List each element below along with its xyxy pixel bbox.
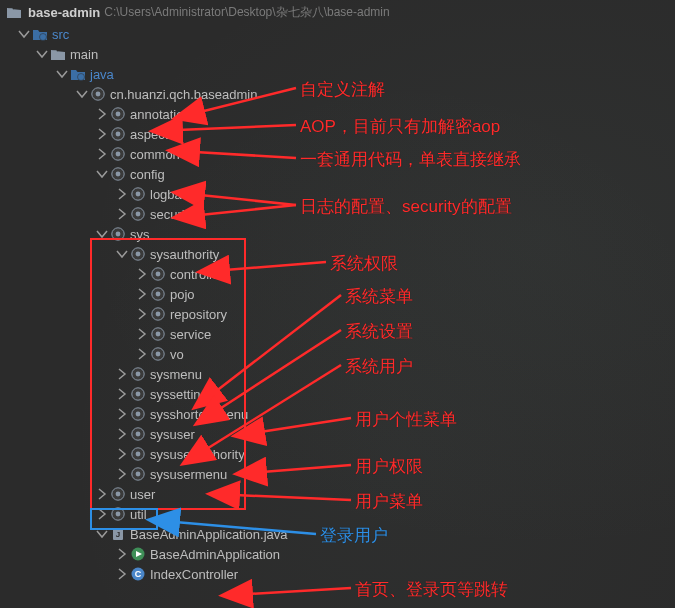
chevron-right-icon[interactable] — [136, 348, 148, 360]
tree-label: java — [90, 67, 114, 82]
package-icon — [110, 506, 126, 522]
package-icon — [110, 106, 126, 122]
chevron-right-icon[interactable] — [96, 508, 108, 520]
chevron-right-icon[interactable] — [96, 148, 108, 160]
chevron-right-icon[interactable] — [116, 428, 128, 440]
chevron-down-icon[interactable] — [96, 168, 108, 180]
tree-item-vo[interactable]: vo — [2, 344, 675, 364]
tree-item-aspect[interactable]: aspect — [2, 124, 675, 144]
package-icon — [130, 206, 146, 222]
package-icon — [130, 186, 146, 202]
chevron-right-icon[interactable] — [116, 368, 128, 380]
package-icon — [130, 246, 146, 262]
tree-item-syssetting[interactable]: syssetting — [2, 384, 675, 404]
package-icon — [150, 286, 166, 302]
chevron-right-icon[interactable] — [136, 268, 148, 280]
chevron-down-icon[interactable] — [96, 528, 108, 540]
chevron-down-icon[interactable] — [36, 48, 48, 60]
chevron-right-icon[interactable] — [96, 488, 108, 500]
breadcrumb: base-admin C:\Users\Administrator\Deskto… — [2, 2, 675, 22]
folder-icon — [32, 26, 48, 42]
tree-item-src[interactable]: src — [2, 24, 675, 44]
package-icon — [110, 146, 126, 162]
tree-item-user[interactable]: user — [2, 484, 675, 504]
tree-label: user — [130, 487, 155, 502]
tree-label: config — [130, 167, 165, 182]
tree-label: security — [150, 207, 195, 222]
tree-item-sysshortcutmenu[interactable]: sysshortcutmenu — [2, 404, 675, 424]
chevron-right-icon[interactable] — [116, 388, 128, 400]
tree-item-controller[interactable]: controller — [2, 264, 675, 284]
chevron-right-icon[interactable] — [116, 448, 128, 460]
tree-label: sys — [130, 227, 150, 242]
project-tree[interactable]: src main java cn.huanzi.qch.baseadmin an… — [2, 24, 675, 584]
class-icon — [130, 566, 146, 582]
project-path: C:\Users\Administrator\Desktop\杂七杂八\base… — [104, 4, 389, 21]
chevron-right-icon[interactable] — [116, 208, 128, 220]
chevron-right-icon[interactable] — [116, 568, 128, 580]
package-icon — [110, 486, 126, 502]
tree-label: sysmenu — [150, 367, 202, 382]
tree-item-service[interactable]: service — [2, 324, 675, 344]
tree-label: common — [130, 147, 180, 162]
svg-line-20 — [248, 588, 351, 594]
chevron-right-icon[interactable] — [136, 328, 148, 340]
tree-label: sysusermenu — [150, 467, 227, 482]
project-root[interactable]: base-admin — [28, 5, 100, 20]
chevron-right-icon[interactable] — [116, 548, 128, 560]
package-icon — [130, 366, 146, 382]
package-icon — [130, 446, 146, 462]
package-icon — [130, 406, 146, 422]
tree-label: pojo — [170, 287, 195, 302]
folder-icon — [50, 46, 66, 62]
tree-item-security[interactable]: security — [2, 204, 675, 224]
tree-item-util[interactable]: util — [2, 504, 675, 524]
tree-item-main[interactable]: main — [2, 44, 675, 64]
package-icon — [130, 466, 146, 482]
tree-label: syssetting — [150, 387, 208, 402]
chevron-down-icon[interactable] — [96, 228, 108, 240]
chevron-down-icon[interactable] — [116, 248, 128, 260]
tree-item-repository[interactable]: repository — [2, 304, 675, 324]
chevron-down-icon[interactable] — [56, 68, 68, 80]
tree-label: sysauthority — [150, 247, 219, 262]
package-icon — [150, 346, 166, 362]
tree-item-config[interactable]: config — [2, 164, 675, 184]
tree-item-app-java[interactable]: BaseAdminApplication.java — [2, 524, 675, 544]
runnable-class-icon — [130, 546, 146, 562]
tree-item-common[interactable]: common — [2, 144, 675, 164]
tree-item-sysuserauthority[interactable]: sysuserauthority — [2, 444, 675, 464]
chevron-right-icon[interactable] — [116, 408, 128, 420]
chevron-right-icon[interactable] — [136, 288, 148, 300]
tree-item-sys[interactable]: sys — [2, 224, 675, 244]
package-icon — [130, 386, 146, 402]
tree-item-app-class[interactable]: BaseAdminApplication — [2, 544, 675, 564]
tree-item-sysuser[interactable]: sysuser — [2, 424, 675, 444]
chevron-right-icon[interactable] — [136, 308, 148, 320]
tree-label: cn.huanzi.qch.baseadmin — [110, 87, 257, 102]
tree-item-java[interactable]: java — [2, 64, 675, 84]
tree-label: main — [70, 47, 98, 62]
tree-label: sysuser — [150, 427, 195, 442]
java-file-icon — [110, 526, 126, 542]
tree-item-annotation[interactable]: annotation — [2, 104, 675, 124]
chevron-down-icon[interactable] — [18, 28, 30, 40]
chevron-right-icon[interactable] — [96, 128, 108, 140]
tree-item-sysusermenu[interactable]: sysusermenu — [2, 464, 675, 484]
tree-item-root-package[interactable]: cn.huanzi.qch.baseadmin — [2, 84, 675, 104]
chevron-right-icon[interactable] — [116, 188, 128, 200]
tree-item-sysauthority[interactable]: sysauthority — [2, 244, 675, 264]
tree-label: controller — [170, 267, 223, 282]
tree-label: vo — [170, 347, 184, 362]
tree-item-pojo[interactable]: pojo — [2, 284, 675, 304]
tree-label: BaseAdminApplication — [150, 547, 280, 562]
package-icon — [130, 426, 146, 442]
tree-item-sysmenu[interactable]: sysmenu — [2, 364, 675, 384]
folder-icon — [70, 66, 86, 82]
chevron-right-icon[interactable] — [116, 468, 128, 480]
chevron-right-icon[interactable] — [96, 108, 108, 120]
tree-item-index-controller[interactable]: IndexController — [2, 564, 675, 584]
tree-label: BaseAdminApplication.java — [130, 527, 288, 542]
chevron-down-icon[interactable] — [76, 88, 88, 100]
tree-item-logback[interactable]: logback — [2, 184, 675, 204]
